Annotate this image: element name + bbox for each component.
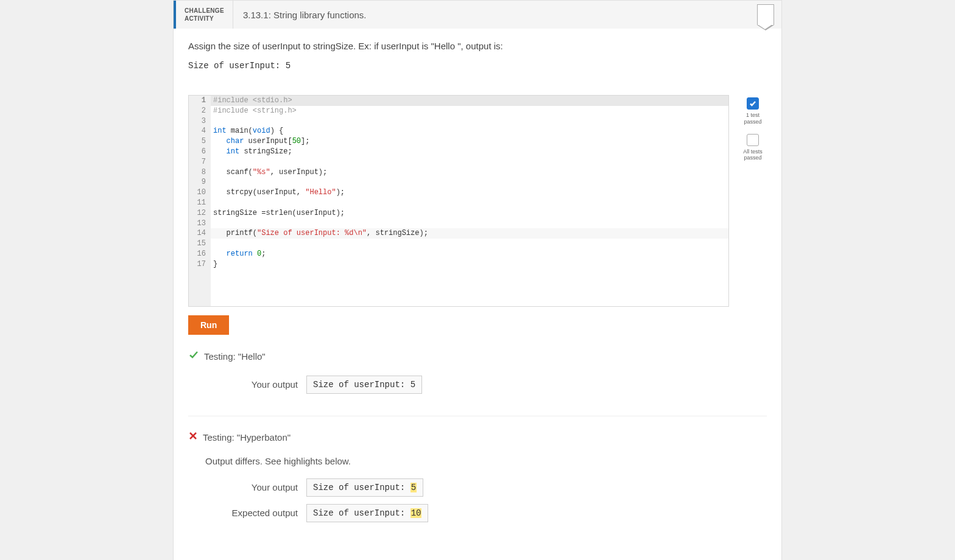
status-panel: 1 test passed All tests passed	[739, 95, 767, 307]
code-line[interactable]: 6 int stringSize;	[189, 147, 728, 157]
challenge-title: 3.13.1: String library functions.	[233, 1, 750, 29]
code-line[interactable]: 12stringSize =strlen(userInput);	[189, 208, 728, 219]
code-text[interactable]: printf("Size of userInput: %d\n", string…	[211, 228, 728, 239]
code-text[interactable]	[211, 157, 728, 167]
one-test-text: 1 test passed	[739, 112, 767, 125]
code-line[interactable]: 9	[189, 177, 728, 187]
line-number: 7	[189, 157, 211, 167]
output-label: Your output	[225, 482, 298, 492]
line-number: 8	[189, 167, 211, 178]
content-area: Assign the size of userInput to stringSi…	[174, 29, 781, 560]
line-number: 17	[189, 259, 211, 270]
line-number: 12	[189, 208, 211, 219]
output-value: Size of userInput: 5	[306, 478, 423, 497]
code-text[interactable]	[211, 198, 728, 208]
output-row: Your outputSize of userInput: 5	[225, 376, 767, 394]
code-line[interactable]: 17}	[189, 259, 728, 270]
diff-highlight: 10	[411, 508, 422, 518]
code-line[interactable]: 5 char userInput[50];	[189, 136, 728, 147]
line-number: 5	[189, 136, 211, 147]
line-number: 10	[189, 187, 211, 198]
code-line[interactable]: 10 strcpy(userInput, "Hello");	[189, 187, 728, 198]
diff-highlight: 5	[411, 483, 417, 492]
code-line[interactable]: 4int main(void) {	[189, 126, 728, 136]
code-text[interactable]	[211, 177, 728, 187]
code-text[interactable]: scanf("%s", userInput);	[211, 167, 728, 178]
example-output: Size of userInput: 5	[188, 61, 767, 71]
line-number: 15	[189, 239, 211, 249]
output-value: Size of userInput: 5	[306, 376, 422, 394]
test-title-text: Testing: "Hyperbaton"	[203, 432, 291, 443]
code-line[interactable]: 14 printf("Size of userInput: %d\n", str…	[189, 228, 728, 239]
code-text[interactable]: char userInput[50];	[211, 136, 728, 147]
test-title: Testing: "Hello"	[188, 349, 767, 363]
line-number: 14	[189, 228, 211, 239]
code-text[interactable]	[211, 239, 728, 249]
line-number: 11	[189, 198, 211, 208]
challenge-label-1: CHALLENGE	[185, 7, 224, 15]
code-text[interactable]: int main(void) {	[211, 126, 728, 136]
code-line[interactable]: 13	[189, 219, 728, 229]
code-line[interactable]: 8 scanf("%s", userInput);	[189, 167, 728, 178]
cross-icon	[188, 431, 198, 444]
code-line[interactable]: 7	[189, 157, 728, 167]
code-line[interactable]: 15	[189, 239, 728, 249]
one-test-passed-icon	[747, 97, 759, 110]
code-line[interactable]: 2#include <string.h>	[189, 106, 728, 116]
code-line[interactable]: 3	[189, 116, 728, 127]
challenge-card: CHALLENGE ACTIVITY 3.13.1: String librar…	[173, 0, 782, 560]
test-title: Testing: "Hyperbaton"	[188, 431, 767, 444]
code-text[interactable]: #include <string.h>	[211, 106, 728, 116]
line-number: 13	[189, 219, 211, 229]
instruction-text: Assign the size of userInput to stringSi…	[188, 41, 767, 51]
code-text[interactable]: strcpy(userInput, "Hello");	[211, 187, 728, 198]
code-text[interactable]	[211, 219, 728, 229]
test-block: Testing: "Hello"Your outputSize of userI…	[188, 349, 767, 416]
challenge-label-2: ACTIVITY	[185, 15, 224, 23]
line-number: 4	[189, 126, 211, 136]
all-tests-passed-icon	[747, 134, 759, 146]
output-label: Your output	[225, 379, 298, 390]
editor-wrap: 1#include <stdio.h>2#include <string.h>3…	[188, 95, 767, 307]
line-number: 2	[189, 106, 211, 116]
code-text[interactable]: }	[211, 259, 728, 270]
all-tests-text: All tests passed	[739, 149, 767, 162]
line-number: 1	[189, 96, 211, 106]
code-line[interactable]: 11	[189, 198, 728, 208]
test-block: Testing: "Hyperbaton"Output differs. See…	[188, 431, 767, 544]
run-button[interactable]: Run	[188, 315, 229, 335]
code-text[interactable]: int stringSize;	[211, 147, 728, 157]
challenge-header: CHALLENGE ACTIVITY 3.13.1: String librar…	[174, 1, 781, 29]
code-text[interactable]: #include <stdio.h>	[211, 96, 728, 106]
line-number: 3	[189, 116, 211, 127]
output-row: Your outputSize of userInput: 5	[225, 478, 767, 497]
code-line[interactable]: 16 return 0;	[189, 249, 728, 259]
code-line[interactable]: 1#include <stdio.h>	[189, 96, 728, 106]
output-value: Size of userInput: 10	[306, 504, 428, 522]
output-row: Expected outputSize of userInput: 10	[225, 504, 767, 522]
code-editor[interactable]: 1#include <stdio.h>2#include <string.h>3…	[188, 95, 729, 307]
challenge-label: CHALLENGE ACTIVITY	[176, 1, 233, 29]
test-title-text: Testing: "Hello"	[204, 351, 266, 362]
line-number: 9	[189, 177, 211, 187]
code-text[interactable]: stringSize =strlen(userInput);	[211, 208, 728, 219]
line-number: 16	[189, 249, 211, 259]
diff-message: Output differs. See highlights below.	[205, 456, 767, 466]
code-text[interactable]: return 0;	[211, 249, 728, 259]
check-icon	[188, 349, 199, 363]
line-number: 6	[189, 147, 211, 157]
code-text[interactable]	[211, 116, 728, 127]
output-label: Expected output	[225, 508, 298, 518]
bookmark-icon[interactable]	[757, 4, 774, 25]
